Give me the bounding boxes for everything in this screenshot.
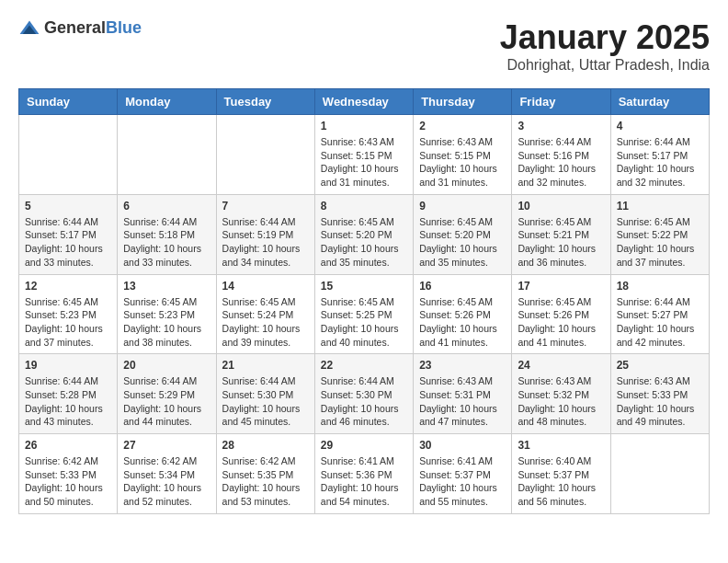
calendar-cell: 4Sunrise: 6:44 AM Sunset: 5:17 PM Daylig…: [610, 115, 709, 195]
calendar-cell: 19Sunrise: 6:44 AM Sunset: 5:28 PM Dayli…: [19, 354, 118, 434]
calendar-week-2: 12Sunrise: 6:45 AM Sunset: 5:23 PM Dayli…: [19, 274, 710, 354]
day-number: 2: [419, 120, 506, 132]
day-number: 17: [518, 280, 604, 293]
calendar-cell: 30Sunrise: 6:41 AM Sunset: 5:37 PM Dayli…: [414, 434, 512, 514]
logo-text-blue: Blue: [106, 18, 142, 37]
day-number: 11: [617, 200, 703, 213]
day-info: Sunrise: 6:45 AM Sunset: 5:22 PM Dayligh…: [617, 215, 703, 270]
day-info: Sunrise: 6:41 AM Sunset: 5:36 PM Dayligh…: [321, 454, 407, 509]
day-number: 13: [123, 280, 210, 293]
title-block: January 2025 Dohrighat, Uttar Pradesh, I…: [500, 18, 710, 74]
day-number: 18: [617, 280, 703, 293]
day-info: Sunrise: 6:44 AM Sunset: 5:28 PM Dayligh…: [25, 374, 111, 429]
day-number: 29: [321, 439, 407, 452]
header-tuesday: Tuesday: [216, 89, 314, 115]
day-info: Sunrise: 6:40 AM Sunset: 5:37 PM Dayligh…: [518, 454, 604, 509]
calendar-cell: 29Sunrise: 6:41 AM Sunset: 5:36 PM Dayli…: [314, 434, 413, 514]
calendar-cell: 18Sunrise: 6:44 AM Sunset: 5:27 PM Dayli…: [610, 274, 709, 354]
day-info: Sunrise: 6:45 AM Sunset: 5:21 PM Dayligh…: [518, 215, 604, 270]
day-number: 20: [123, 359, 210, 372]
page-header: GeneralBlue January 2025 Dohrighat, Utta…: [18, 18, 710, 74]
day-info: Sunrise: 6:44 AM Sunset: 5:30 PM Dayligh…: [222, 374, 309, 429]
day-info: Sunrise: 6:42 AM Sunset: 5:34 PM Dayligh…: [123, 454, 210, 509]
calendar-cell: [19, 115, 118, 195]
day-info: Sunrise: 6:44 AM Sunset: 5:19 PM Dayligh…: [222, 215, 309, 270]
day-number: 31: [518, 439, 604, 452]
calendar-cell: 13Sunrise: 6:45 AM Sunset: 5:23 PM Dayli…: [118, 274, 216, 354]
day-number: 12: [25, 280, 111, 293]
calendar-cell: 23Sunrise: 6:43 AM Sunset: 5:31 PM Dayli…: [414, 354, 512, 434]
day-number: 26: [25, 439, 111, 452]
day-info: Sunrise: 6:44 AM Sunset: 5:30 PM Dayligh…: [321, 374, 407, 429]
header-saturday: Saturday: [610, 89, 709, 115]
calendar-cell: 6Sunrise: 6:44 AM Sunset: 5:18 PM Daylig…: [118, 194, 216, 274]
calendar-cell: 28Sunrise: 6:42 AM Sunset: 5:35 PM Dayli…: [216, 434, 314, 514]
day-info: Sunrise: 6:45 AM Sunset: 5:20 PM Dayligh…: [321, 215, 407, 270]
calendar-header-row: SundayMondayTuesdayWednesdayThursdayFrid…: [19, 89, 710, 115]
calendar-cell: 14Sunrise: 6:45 AM Sunset: 5:24 PM Dayli…: [216, 274, 314, 354]
day-info: Sunrise: 6:45 AM Sunset: 5:24 PM Dayligh…: [222, 295, 309, 350]
day-info: Sunrise: 6:42 AM Sunset: 5:33 PM Dayligh…: [25, 454, 111, 509]
day-info: Sunrise: 6:45 AM Sunset: 5:20 PM Dayligh…: [419, 215, 506, 270]
calendar-week-0: 1Sunrise: 6:43 AM Sunset: 5:15 PM Daylig…: [19, 115, 710, 195]
logo: GeneralBlue: [18, 18, 142, 38]
day-number: 9: [419, 200, 506, 213]
calendar-cell: 12Sunrise: 6:45 AM Sunset: 5:23 PM Dayli…: [19, 274, 118, 354]
month-title: January 2025: [500, 18, 710, 57]
calendar-cell: [118, 115, 216, 195]
day-info: Sunrise: 6:44 AM Sunset: 5:17 PM Dayligh…: [617, 135, 703, 190]
calendar-cell: 17Sunrise: 6:45 AM Sunset: 5:26 PM Dayli…: [512, 274, 610, 354]
day-number: 6: [123, 200, 210, 213]
day-info: Sunrise: 6:45 AM Sunset: 5:26 PM Dayligh…: [419, 295, 506, 350]
day-info: Sunrise: 6:44 AM Sunset: 5:17 PM Dayligh…: [25, 215, 111, 270]
day-info: Sunrise: 6:41 AM Sunset: 5:37 PM Dayligh…: [419, 454, 506, 509]
day-number: 23: [419, 359, 506, 372]
day-info: Sunrise: 6:44 AM Sunset: 5:27 PM Dayligh…: [617, 295, 703, 350]
calendar-cell: 27Sunrise: 6:42 AM Sunset: 5:34 PM Dayli…: [118, 434, 216, 514]
header-wednesday: Wednesday: [314, 89, 413, 115]
day-number: 19: [25, 359, 111, 372]
day-info: Sunrise: 6:44 AM Sunset: 5:16 PM Dayligh…: [518, 135, 604, 190]
day-number: 10: [518, 200, 604, 213]
day-number: 25: [617, 359, 703, 372]
day-number: 16: [419, 280, 506, 293]
calendar-cell: 25Sunrise: 6:43 AM Sunset: 5:33 PM Dayli…: [610, 354, 709, 434]
header-friday: Friday: [512, 89, 610, 115]
day-number: 27: [123, 439, 210, 452]
day-info: Sunrise: 6:43 AM Sunset: 5:15 PM Dayligh…: [419, 135, 506, 190]
day-info: Sunrise: 6:43 AM Sunset: 5:31 PM Dayligh…: [419, 374, 506, 429]
calendar-cell: 8Sunrise: 6:45 AM Sunset: 5:20 PM Daylig…: [314, 194, 413, 274]
calendar-cell: 24Sunrise: 6:43 AM Sunset: 5:32 PM Dayli…: [512, 354, 610, 434]
day-number: 30: [419, 439, 506, 452]
day-number: 3: [518, 120, 604, 132]
calendar-cell: 31Sunrise: 6:40 AM Sunset: 5:37 PM Dayli…: [512, 434, 610, 514]
header-sunday: Sunday: [19, 89, 118, 115]
day-info: Sunrise: 6:45 AM Sunset: 5:23 PM Dayligh…: [25, 295, 111, 350]
day-number: 15: [321, 280, 407, 293]
calendar-week-1: 5Sunrise: 6:44 AM Sunset: 5:17 PM Daylig…: [19, 194, 710, 274]
calendar-cell: [610, 434, 709, 514]
day-number: 7: [222, 200, 309, 213]
calendar-table: SundayMondayTuesdayWednesdayThursdayFrid…: [18, 88, 710, 514]
day-number: 14: [222, 280, 309, 293]
location-title: Dohrighat, Uttar Pradesh, India: [500, 57, 710, 74]
day-number: 5: [25, 200, 111, 213]
calendar-cell: 20Sunrise: 6:44 AM Sunset: 5:29 PM Dayli…: [118, 354, 216, 434]
day-info: Sunrise: 6:43 AM Sunset: 5:15 PM Dayligh…: [321, 135, 407, 190]
calendar-cell: 3Sunrise: 6:44 AM Sunset: 5:16 PM Daylig…: [512, 115, 610, 195]
calendar-cell: 16Sunrise: 6:45 AM Sunset: 5:26 PM Dayli…: [414, 274, 512, 354]
day-info: Sunrise: 6:45 AM Sunset: 5:26 PM Dayligh…: [518, 295, 604, 350]
day-info: Sunrise: 6:43 AM Sunset: 5:32 PM Dayligh…: [518, 374, 604, 429]
calendar-cell: 21Sunrise: 6:44 AM Sunset: 5:30 PM Dayli…: [216, 354, 314, 434]
day-info: Sunrise: 6:44 AM Sunset: 5:18 PM Dayligh…: [123, 215, 210, 270]
calendar-cell: 11Sunrise: 6:45 AM Sunset: 5:22 PM Dayli…: [610, 194, 709, 274]
logo-text-general: General: [44, 18, 106, 37]
calendar-cell: 2Sunrise: 6:43 AM Sunset: 5:15 PM Daylig…: [414, 115, 512, 195]
day-info: Sunrise: 6:42 AM Sunset: 5:35 PM Dayligh…: [222, 454, 309, 509]
day-number: 22: [321, 359, 407, 372]
logo-icon: [18, 19, 40, 38]
calendar-cell: 9Sunrise: 6:45 AM Sunset: 5:20 PM Daylig…: [414, 194, 512, 274]
day-info: Sunrise: 6:44 AM Sunset: 5:29 PM Dayligh…: [123, 374, 210, 429]
calendar-cell: 26Sunrise: 6:42 AM Sunset: 5:33 PM Dayli…: [19, 434, 118, 514]
calendar-cell: 1Sunrise: 6:43 AM Sunset: 5:15 PM Daylig…: [314, 115, 413, 195]
